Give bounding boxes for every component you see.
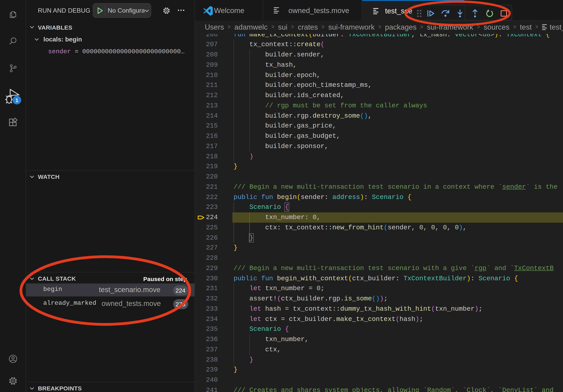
svg-text:1: 1 [16, 97, 18, 103]
